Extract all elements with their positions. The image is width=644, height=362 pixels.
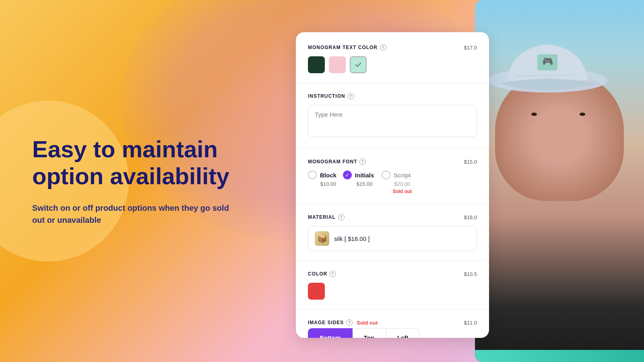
monogram-font-label: MONOGRAM FONT ? bbox=[308, 158, 366, 165]
image-sides-label: IMAGE SIDES ? bbox=[308, 319, 353, 326]
divider-1 bbox=[296, 83, 489, 83]
divider-2 bbox=[296, 148, 489, 149]
font-option-block[interactable]: Block $10.00 bbox=[308, 171, 336, 194]
monogram-text-color-section: MONOGRAM TEXT COLOR ? $17.0 bbox=[308, 44, 477, 73]
svg-text:🎮: 🎮 bbox=[542, 56, 553, 67]
font-initials-name: Initials bbox=[355, 172, 374, 179]
radio-initials[interactable]: ✓ bbox=[343, 171, 352, 179]
radio-check-icon: ✓ bbox=[345, 172, 349, 178]
color-header: COLOR ? $10.5 bbox=[308, 271, 477, 277]
radio-block[interactable] bbox=[308, 171, 317, 179]
swatch-mint[interactable] bbox=[350, 56, 367, 73]
instruction-section: INSTRUCTION ? bbox=[308, 93, 477, 139]
monogram-font-price: $15.0 bbox=[464, 159, 477, 165]
swatch-dark-green[interactable] bbox=[308, 56, 325, 73]
divider-4 bbox=[296, 261, 489, 261]
side-btn-top[interactable]: Top bbox=[353, 328, 386, 338]
font-option-script[interactable]: Script $20.00 Sold out bbox=[380, 171, 412, 194]
material-help-icon[interactable]: ? bbox=[338, 214, 345, 220]
image-sides-help-icon[interactable]: ? bbox=[346, 319, 353, 326]
font-script-name: Script bbox=[394, 172, 411, 179]
swatch-check-icon bbox=[351, 57, 366, 72]
left-content: Easy to maintain option availability Swi… bbox=[0, 0, 302, 362]
font-radio-script-row: Script bbox=[382, 171, 411, 179]
sub-headline: Switch on or off product options when th… bbox=[32, 202, 242, 226]
color-help-icon[interactable]: ? bbox=[330, 271, 336, 277]
monogram-color-price: $17.0 bbox=[464, 45, 477, 51]
divider-5 bbox=[296, 309, 489, 310]
font-option-initials[interactable]: ✓ Initials $15.00 bbox=[343, 171, 374, 194]
monogram-color-help-icon[interactable]: ? bbox=[380, 44, 386, 51]
product-options-card: MONOGRAM TEXT COLOR ? $17.0 INSTRUCTION … bbox=[296, 32, 489, 338]
teal-accent-border bbox=[475, 350, 644, 362]
material-section: MATERIAL ? $18.0 📦 silk [ $18.00 ] bbox=[308, 214, 477, 251]
material-dropdown[interactable]: 📦 silk [ $18.00 ] bbox=[308, 226, 477, 251]
instruction-help-icon[interactable]: ? bbox=[348, 93, 354, 99]
instruction-input[interactable] bbox=[308, 105, 477, 137]
side-btn-bottom[interactable]: Bottom bbox=[308, 328, 353, 338]
font-script-sold-out: Sold out bbox=[392, 189, 412, 194]
color-swatch-red[interactable] bbox=[308, 283, 325, 300]
product-photo: 🎮 bbox=[475, 0, 644, 362]
instruction-label: INSTRUCTION ? bbox=[308, 93, 354, 99]
material-value: silk [ $18.00 ] bbox=[334, 235, 369, 242]
instruction-header: INSTRUCTION ? bbox=[308, 93, 477, 99]
eye-right bbox=[580, 113, 585, 116]
monogram-color-label: MONOGRAM TEXT COLOR ? bbox=[308, 44, 386, 51]
font-block-price: $10.00 bbox=[320, 181, 336, 187]
image-sides-header: IMAGE SIDES ? Sold out $11.0 bbox=[308, 319, 477, 326]
material-header: MATERIAL ? $18.0 bbox=[308, 214, 477, 220]
image-sides-section: IMAGE SIDES ? Sold out $11.0 Bottom Top … bbox=[308, 319, 477, 338]
image-sides-price: $11.0 bbox=[464, 320, 477, 326]
sides-buttons-group: Bottom Top Left bbox=[308, 328, 477, 338]
monogram-font-section: MONOGRAM FONT ? $15.0 Block $10.00 ✓ bbox=[308, 158, 477, 194]
side-btn-left[interactable]: Left bbox=[386, 328, 420, 338]
hat-illustration: 🎮 bbox=[487, 24, 608, 97]
swatch-light-pink[interactable] bbox=[329, 56, 346, 73]
main-headline: Easy to maintain option availability bbox=[32, 136, 270, 189]
font-initials-price: $15.00 bbox=[357, 181, 373, 187]
divider-3 bbox=[296, 204, 489, 204]
radio-script[interactable] bbox=[382, 171, 390, 179]
image-sides-sold-out: Sold out bbox=[357, 320, 378, 326]
font-radio-block-row: Block bbox=[308, 171, 336, 179]
eye-left bbox=[531, 113, 537, 116]
monogram-font-help-icon[interactable]: ? bbox=[359, 158, 366, 165]
monogram-font-header: MONOGRAM FONT ? $15.0 bbox=[308, 158, 477, 165]
material-icon: 📦 bbox=[315, 231, 329, 246]
color-label: COLOR ? bbox=[308, 271, 336, 277]
font-options-group: Block $10.00 ✓ Initials $15.00 Script bbox=[308, 171, 477, 194]
color-price: $10.5 bbox=[464, 271, 477, 277]
monogram-color-swatches bbox=[308, 56, 477, 73]
monogram-color-header: MONOGRAM TEXT COLOR ? $17.0 bbox=[308, 44, 477, 51]
material-price: $18.0 bbox=[464, 214, 477, 220]
font-block-name: Block bbox=[320, 172, 336, 179]
color-section: COLOR ? $10.5 bbox=[308, 271, 477, 300]
font-radio-initials-row: ✓ Initials bbox=[343, 171, 374, 179]
material-label: MATERIAL ? bbox=[308, 214, 345, 220]
font-script-price: $20.00 bbox=[394, 181, 410, 187]
